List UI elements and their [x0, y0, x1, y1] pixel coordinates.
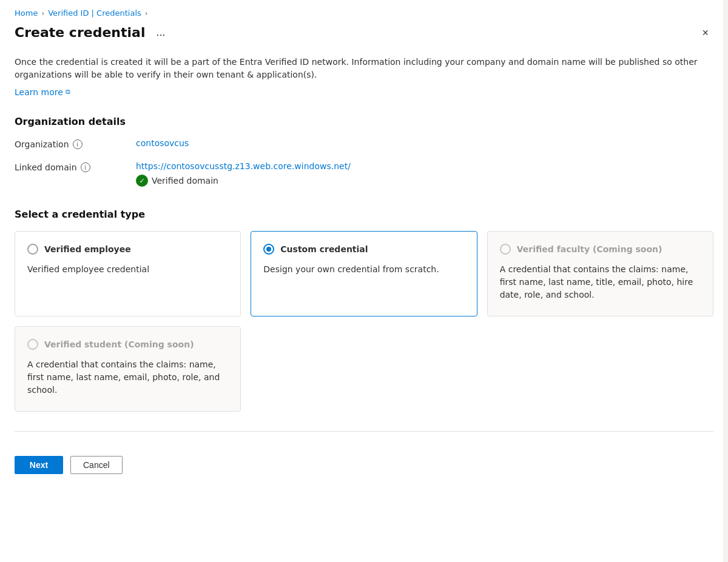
- organization-row: Organization i contosovcus: [15, 138, 713, 149]
- card-desc-student: A credential that contains the claims: n…: [27, 358, 228, 396]
- credential-card-verified-faculty: Verified faculty (Coming soon) A credent…: [487, 231, 713, 316]
- radio-verified-student: [27, 339, 38, 350]
- linked-domain-row: Linked domain i https://contosovcusstg.z…: [15, 161, 713, 187]
- card-title-faculty: Verified faculty (Coming soon): [517, 244, 662, 254]
- breadcrumb: Home › Verified ID | Credentials ›: [15, 0, 713, 24]
- radio-verified-employee[interactable]: [27, 244, 38, 255]
- next-button[interactable]: Next: [15, 456, 63, 474]
- breadcrumb-sep-1: ›: [41, 9, 44, 18]
- description-block: Once the credential is created it will b…: [15, 56, 713, 99]
- external-link-icon: ⧉: [66, 87, 70, 98]
- verified-check-icon: ✓: [136, 175, 148, 187]
- card-header-custom: Custom credential: [263, 244, 464, 255]
- credential-type-section: Select a credential type Verified employ…: [15, 209, 713, 412]
- description-text: Once the credential is created it will b…: [15, 56, 713, 81]
- card-title-custom: Custom credential: [280, 244, 368, 254]
- page-title: Create credential: [15, 25, 145, 40]
- card-title-verified-employee: Verified employee: [44, 244, 131, 254]
- credential-card-verified-employee[interactable]: Verified employee Verified employee cred…: [15, 231, 241, 316]
- ellipsis-button[interactable]: ...: [151, 24, 170, 41]
- org-details-title: Organization details: [15, 116, 713, 127]
- learn-more-label: Learn more: [15, 86, 63, 99]
- close-icon: ×: [702, 27, 709, 39]
- linked-domain-label: Linked domain i: [15, 161, 136, 172]
- cancel-button[interactable]: Cancel: [70, 456, 123, 474]
- linked-domain-url[interactable]: https://contosovcusstg.z13.web.core.wind…: [136, 161, 351, 171]
- linked-domain-info-icon[interactable]: i: [81, 162, 90, 172]
- close-button[interactable]: ×: [697, 25, 713, 41]
- credential-cards-row2: Verified student (Coming soon) A credent…: [15, 326, 713, 412]
- radio-verified-faculty: [500, 244, 511, 255]
- footer-actions: Next Cancel: [15, 444, 713, 486]
- credential-type-title: Select a credential type: [15, 209, 713, 220]
- organization-value[interactable]: contosovcus: [136, 138, 189, 148]
- organization-label: Organization i: [15, 138, 136, 149]
- learn-more-link[interactable]: Learn more ⧉: [15, 86, 70, 99]
- title-row: Create credential ...: [15, 24, 170, 41]
- card-desc-faculty: A credential that contains the claims: n…: [500, 263, 701, 301]
- breadcrumb-sep-2: ›: [145, 9, 148, 18]
- organization-info-icon[interactable]: i: [73, 139, 83, 149]
- scrollbar[interactable]: [723, 0, 728, 562]
- verified-domain-label: Verified domain: [152, 176, 218, 186]
- footer-divider: [15, 431, 713, 432]
- card-title-student: Verified student (Coming soon): [44, 340, 194, 349]
- credential-card-custom[interactable]: Custom credential Design your own creden…: [251, 231, 477, 316]
- radio-custom-credential[interactable]: [263, 244, 274, 255]
- breadcrumb-home[interactable]: Home: [15, 8, 38, 18]
- card-header-student: Verified student (Coming soon): [27, 339, 228, 350]
- linked-domain-content: https://contosovcusstg.z13.web.core.wind…: [136, 161, 351, 187]
- card-header-faculty: Verified faculty (Coming soon): [500, 244, 701, 255]
- radio-inner-custom: [266, 247, 271, 252]
- card-desc-custom: Design your own credential from scratch.: [263, 263, 464, 276]
- card-desc-verified-employee: Verified employee credential: [27, 263, 228, 276]
- card-header-verified-employee: Verified employee: [27, 244, 228, 255]
- credential-cards-row1: Verified employee Verified employee cred…: [15, 231, 713, 316]
- credential-card-verified-student: Verified student (Coming soon) A credent…: [15, 326, 241, 412]
- page-header: Create credential ... ×: [15, 24, 713, 41]
- org-details-section: Organization details Organization i cont…: [15, 116, 713, 187]
- breadcrumb-section[interactable]: Verified ID | Credentials: [48, 8, 141, 18]
- verified-badge: ✓ Verified domain: [136, 175, 351, 187]
